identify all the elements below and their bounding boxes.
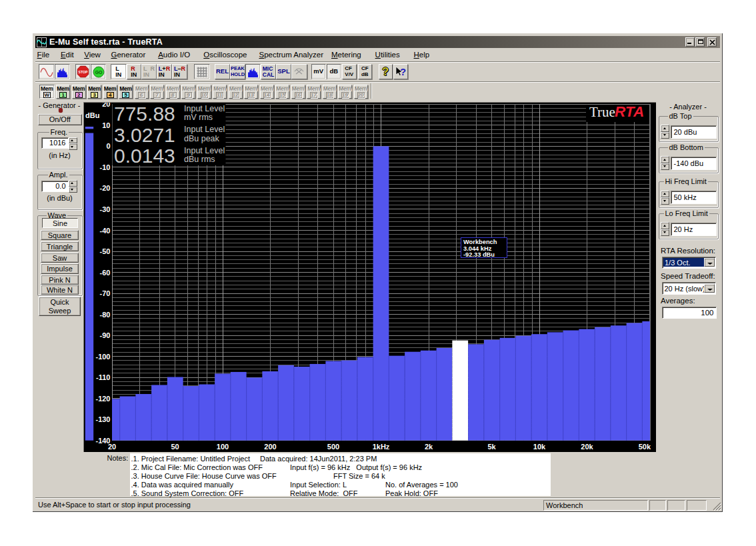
svg-text:50: 50 — [171, 443, 179, 451]
svg-text:dBu: dBu — [85, 111, 99, 119]
svg-text:-110: -110 — [96, 373, 110, 381]
svg-text:2k: 2k — [425, 443, 433, 451]
svg-text:50k: 50k — [639, 443, 651, 451]
svg-text:10k: 10k — [533, 443, 546, 451]
svg-text:Input Level: Input Level — [184, 146, 225, 155]
svg-text:-90: -90 — [100, 331, 111, 339]
svg-text:Input Level: Input Level — [184, 125, 225, 134]
svg-text:-80: -80 — [100, 311, 111, 319]
svg-text:775.88: 775.88 — [114, 103, 175, 125]
svg-text:STOP: STOP — [78, 70, 87, 74]
svg-text:20k: 20k — [581, 443, 593, 451]
svg-text:-100: -100 — [95, 353, 110, 361]
svg-text:-130: -130 — [95, 415, 110, 423]
svg-text:True: True — [589, 104, 615, 120]
svg-text:1kHz: 1kHz — [373, 443, 390, 451]
svg-text:10: 10 — [102, 121, 110, 129]
svg-text:-50: -50 — [100, 247, 111, 255]
svg-text:-70: -70 — [100, 289, 111, 297]
svg-text:-120: -120 — [95, 395, 110, 403]
svg-text:mV rms: mV rms — [184, 113, 213, 122]
svg-text:Input Level: Input Level — [184, 104, 225, 113]
svg-text:-20: -20 — [100, 184, 111, 192]
svg-text:-30: -30 — [100, 205, 111, 213]
svg-text:-40: -40 — [100, 227, 111, 235]
svg-text:500: 500 — [327, 443, 339, 451]
svg-text:dBu rms: dBu rms — [184, 155, 215, 164]
svg-text:0: 0 — [106, 142, 110, 150]
svg-text:20: 20 — [108, 443, 116, 451]
svg-text:GO: GO — [95, 69, 102, 74]
svg-text:0.0143: 0.0143 — [114, 145, 175, 167]
svg-text:-10: -10 — [100, 163, 111, 171]
svg-text:200: 200 — [264, 443, 276, 451]
svg-text:100: 100 — [217, 443, 229, 451]
svg-text:dBu peak: dBu peak — [184, 134, 220, 143]
svg-text:3.0271: 3.0271 — [114, 124, 175, 146]
svg-text:-60: -60 — [100, 269, 111, 277]
svg-text:5k: 5k — [487, 443, 496, 451]
svg-text:20: 20 — [102, 103, 110, 108]
svg-text:RTA: RTA — [615, 103, 644, 120]
